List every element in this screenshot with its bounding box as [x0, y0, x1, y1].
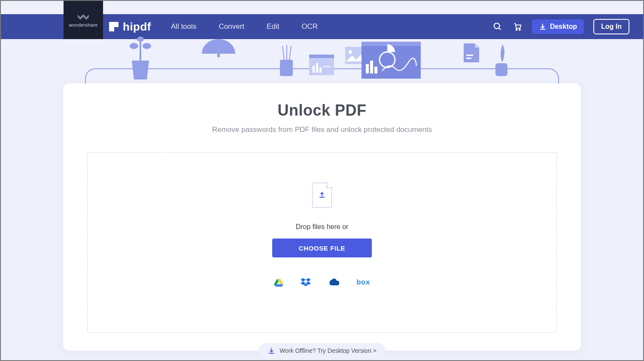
cart-icon[interactable] — [512, 21, 522, 32]
dropzone[interactable]: Drop files here or CHOOSE FILE box — [87, 152, 557, 333]
nav-right: Desktop Log In — [492, 19, 629, 34]
login-button[interactable]: Log In — [593, 19, 629, 34]
wondershare-label: wondershare — [69, 22, 98, 28]
offline-pill[interactable]: Work Offline? Try Desktop Version > — [259, 343, 385, 358]
nav-ocr[interactable]: OCR — [301, 22, 318, 31]
page-subtitle: Remove passwords from PDF files and unlo… — [63, 125, 581, 134]
svg-rect-8 — [217, 54, 220, 57]
offline-pill-label: Work Offline? Try Desktop Version > — [279, 347, 377, 354]
doc-icon — [463, 43, 480, 63]
search-icon[interactable] — [492, 21, 503, 32]
page-title: Unlock PDF — [63, 101, 581, 119]
svg-rect-12 — [280, 60, 293, 76]
svg-line-11 — [289, 46, 291, 60]
svg-rect-17 — [319, 67, 322, 73]
svg-rect-23 — [366, 64, 369, 73]
svg-point-3 — [519, 29, 520, 31]
quill-icon — [489, 43, 513, 78]
svg-marker-33 — [306, 278, 311, 281]
nav-menu: All tools Convert Edit OCR — [171, 22, 318, 31]
svg-rect-25 — [374, 67, 377, 73]
svg-marker-32 — [301, 278, 306, 281]
svg-rect-27 — [466, 58, 471, 59]
svg-point-6 — [143, 43, 151, 49]
nav-convert[interactable]: Convert — [219, 22, 245, 31]
hipdf-icon — [109, 22, 118, 31]
svg-point-20 — [349, 50, 352, 54]
nav-edit[interactable]: Edit — [267, 22, 279, 31]
wondershare-brand[interactable]: wondershare — [64, 1, 103, 39]
svg-point-2 — [516, 29, 517, 31]
smallchart-icon — [309, 55, 334, 75]
download-icon — [267, 347, 275, 355]
storage-providers: box — [274, 278, 370, 287]
onedrive-icon[interactable] — [328, 278, 339, 286]
svg-rect-16 — [316, 63, 318, 73]
hipdf-logo[interactable]: hipdf — [109, 20, 151, 34]
hero-illustration — [1, 39, 643, 84]
dashboard-icon — [361, 42, 421, 79]
svg-rect-28 — [495, 63, 507, 76]
lamp-icon — [202, 39, 235, 58]
pencup-icon — [276, 45, 296, 77]
dropbox-icon[interactable] — [301, 278, 311, 287]
svg-rect-24 — [370, 61, 373, 73]
main-card: Unlock PDF Remove passwords from PDF fil… — [63, 83, 581, 351]
svg-marker-31 — [276, 285, 283, 287]
drop-text: Drop files here or — [296, 223, 349, 231]
svg-point-5 — [130, 43, 138, 49]
desktop-button[interactable]: Desktop — [532, 19, 584, 34]
google-drive-icon[interactable] — [274, 278, 283, 287]
choose-file-button[interactable]: CHOOSE FILE — [272, 239, 372, 257]
svg-rect-26 — [466, 55, 473, 56]
upload-file-icon — [312, 183, 332, 208]
plant-icon — [125, 37, 155, 83]
box-icon[interactable]: box — [356, 278, 370, 287]
svg-line-9 — [283, 46, 284, 60]
svg-rect-15 — [313, 66, 315, 73]
svg-rect-7 — [140, 40, 141, 61]
navbar: wondershare hipdf All tools Convert Edit… — [1, 14, 643, 39]
svg-rect-14 — [309, 55, 334, 58]
wondershare-icon — [78, 13, 89, 20]
nav-all-tools[interactable]: All tools — [171, 22, 197, 31]
svg-point-0 — [494, 23, 500, 29]
svg-line-1 — [499, 28, 501, 30]
hipdf-label: hipdf — [123, 20, 151, 34]
desktop-button-label: Desktop — [550, 23, 577, 31]
download-icon — [539, 23, 547, 31]
